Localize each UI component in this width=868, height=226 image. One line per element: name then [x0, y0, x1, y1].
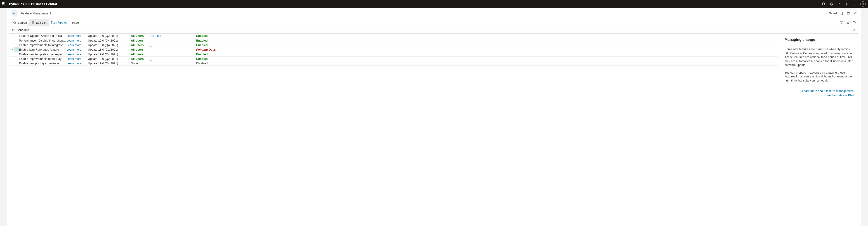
update-version: Update 19.0 (Q4 2021)	[88, 61, 131, 66]
popout-icon[interactable]	[847, 11, 850, 15]
toolbar-right	[839, 21, 857, 25]
subbar-schedule-label: Schedule	[17, 28, 29, 32]
page-shell: Feature Management Saved	[7, 8, 861, 226]
app-title: Dynamics 365 Business Central	[9, 2, 57, 6]
table-row[interactable]: Enable Item Reference feature Learn more…	[9, 47, 778, 52]
app-bar: Dynamics 365 Business Central IK	[0, 0, 868, 8]
try-placeholder: _	[150, 43, 151, 47]
table-row[interactable]: Enable new pricing experience Learn more…	[9, 61, 778, 66]
sidebar-paragraph: Some new features are turned off when Dy…	[784, 47, 854, 67]
subbar: Schedule	[9, 27, 859, 34]
toolbar-data-update-label: Data Update	[51, 21, 67, 24]
release-plan-link[interactable]: See the Release Plan	[784, 93, 854, 97]
feature-name: Enable improvements to integrated em...	[19, 43, 66, 47]
learn-more-feature-mgmt-link[interactable]: Learn more about feature management.	[784, 89, 854, 92]
table-row[interactable]: Enable improvements to integrated em... …	[9, 43, 778, 47]
gear-icon[interactable]	[845, 2, 848, 6]
app-launcher-icon[interactable]	[2, 2, 6, 6]
flag-icon[interactable]	[837, 2, 841, 6]
list-view-icon[interactable]	[846, 21, 849, 25]
toolbar-page-label: Page	[72, 21, 79, 25]
update-version: Update 18.0 (Q2 2021)	[88, 57, 131, 61]
subbar-schedule[interactable]: Schedule	[12, 28, 29, 32]
learn-more-link[interactable]: Learn more	[66, 39, 81, 42]
svg-point-0	[822, 3, 825, 5]
status-badge: Enabled	[196, 52, 225, 57]
svg-line-1	[825, 5, 825, 6]
bookmark-icon[interactable]	[840, 11, 844, 15]
svg-rect-7	[32, 22, 34, 24]
status-badge: Enabled	[196, 38, 225, 43]
page-header: Feature Management Saved	[7, 8, 861, 19]
back-button[interactable]	[11, 10, 18, 17]
learn-more-link[interactable]: Learn more	[66, 52, 81, 56]
help-icon[interactable]	[852, 2, 856, 6]
avatar[interactable]: IK	[860, 1, 866, 7]
try-it-out-link[interactable]: Try it out	[150, 34, 161, 37]
update-version: Update 19.0 (Q4 2021)	[88, 38, 131, 43]
learn-more-link[interactable]: Learn more	[66, 34, 81, 37]
svg-point-2	[846, 3, 847, 4]
status-badge: Enabled	[196, 57, 225, 61]
saved-indicator: Saved	[826, 12, 837, 15]
enabled-for[interactable]: All Users	[131, 52, 150, 57]
enabled-for[interactable]: None	[131, 61, 150, 66]
sidebar: Managing change Some new features are tu…	[778, 34, 859, 226]
sidebar-paragraph: You can prepare in advance by enabling t…	[784, 71, 854, 83]
enabled-for[interactable]: All Users	[131, 38, 150, 43]
sidebar-title: Managing change	[784, 38, 854, 42]
feature-name: Enable new pricing experience	[19, 62, 59, 65]
enabled-for[interactable]: All Users	[131, 34, 150, 38]
svg-rect-10	[13, 29, 15, 31]
status-badge: Enabled	[196, 34, 225, 38]
toolbar-edit-list-label: Edit List	[36, 21, 46, 25]
svg-point-9	[854, 22, 854, 22]
learn-more-link[interactable]: Learn more	[66, 62, 81, 65]
info-icon[interactable]	[852, 21, 856, 25]
table-row[interactable]: Feature Update: Action bar in dialogs Le…	[9, 34, 778, 38]
table-row[interactable]: Enable improvements to the Payment R... …	[9, 57, 778, 61]
learn-more-link[interactable]: Learn more	[66, 57, 81, 61]
toolbar-search[interactable]: Search	[11, 19, 29, 26]
svg-rect-4	[847, 13, 849, 14]
table-row[interactable]: Enable new templates user experience Lea…	[9, 52, 778, 57]
grid: Feature Update: Action bar in dialogs Le…	[9, 34, 778, 226]
collapse-icon[interactable]	[854, 11, 857, 15]
update-version: Update 19.0 (Q4 2021)	[88, 52, 131, 57]
update-version: Update 18.0 (Q2 2021)	[88, 47, 131, 52]
feature-name: Enable Item Reference feature	[19, 48, 59, 51]
toolbar-page[interactable]: Page	[70, 19, 81, 26]
app-bar-right: IK	[822, 1, 866, 7]
learn-more-link[interactable]: Learn more	[66, 48, 81, 51]
search-icon[interactable]	[822, 2, 826, 6]
try-placeholder: _	[150, 39, 151, 42]
bell-icon[interactable]	[830, 2, 833, 6]
vertical-dots-icon	[17, 48, 17, 52]
sidebar-links: Learn more about feature management. See…	[784, 89, 854, 97]
toolbar: Search Edit List Data Update Page	[9, 19, 859, 27]
learn-more-link[interactable]: Learn more	[66, 43, 81, 47]
filter-icon[interactable]	[839, 21, 843, 25]
toolbar-data-update[interactable]: Data Update	[49, 19, 70, 26]
feature-name: Enable improvements to the Payment R...	[19, 57, 66, 61]
enabled-for[interactable]: All Users	[131, 47, 150, 52]
table-row[interactable]: Performance - Disable Integration Man...…	[9, 38, 778, 43]
status-badge: Disabled	[196, 61, 225, 66]
try-placeholder: _	[150, 62, 151, 65]
toolbar-edit-list[interactable]: Edit List	[29, 19, 49, 26]
update-version: Update 18.0 (Q2 2021)	[88, 34, 131, 38]
status-badge: Pending Data...	[196, 47, 225, 52]
svg-line-6	[16, 23, 16, 24]
page-title: Feature Management	[21, 11, 51, 15]
feature-name: Enable new templates user experience	[19, 52, 66, 56]
enabled-for[interactable]: All Users	[131, 43, 150, 47]
row-selected-indicator	[9, 47, 14, 52]
try-placeholder: _	[150, 52, 151, 56]
try-placeholder: _	[150, 48, 151, 51]
try-placeholder: _	[150, 57, 151, 61]
update-version: Update 19.0 (Q4 2021)	[88, 43, 131, 47]
app-bar-left: Dynamics 365 Business Central	[2, 2, 57, 6]
row-menu-button[interactable]	[14, 47, 19, 52]
enabled-for[interactable]: All Users	[131, 57, 150, 61]
pin-icon[interactable]	[852, 28, 856, 32]
